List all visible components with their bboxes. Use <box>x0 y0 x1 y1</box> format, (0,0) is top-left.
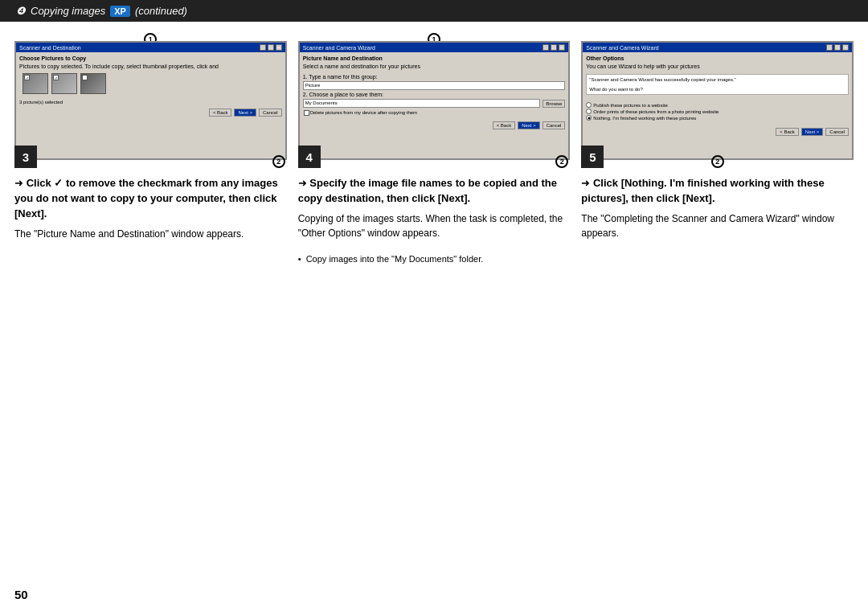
header-suffix: (continued) <box>135 5 187 17</box>
step4-option-row: Delete pictures from my device after cop… <box>303 109 566 115</box>
step3-callout-2: 2 <box>272 155 285 168</box>
step5-sub-text: The "Completing the Scanner and Camera W… <box>581 211 854 240</box>
step-3-screenshot-area: 1 Scanner and Destination _ □ × <box>14 31 287 168</box>
step3-badge: 3 <box>14 146 37 168</box>
step5-radio2 <box>586 109 592 114</box>
step3-next-btn: Next > <box>234 109 256 117</box>
step5-radio1 <box>586 102 592 108</box>
step5-screenshot: Scanner and Camera Wizard _ □ × Other Op… <box>581 41 854 160</box>
step5-option2: Order prints of these pictures from a ph… <box>586 109 849 114</box>
step5-back-btn: < Back <box>776 128 799 136</box>
step5-body: Other Options You can use Wizard to help… <box>583 52 852 139</box>
step3-sub-text: The "Picture Name and Destination" windo… <box>14 227 287 241</box>
header-title: Copying images <box>31 5 105 17</box>
step3-main-text: ➜ Click ✓ to remove the checkmark from a… <box>14 176 287 222</box>
step3-description: ➜ Click ✓ to remove the checkmark from a… <box>14 173 287 244</box>
step4-dest-label: 2. Choose a place to save them: <box>303 92 566 97</box>
step5-opt1-label: Publish these pictures to a website <box>593 103 667 108</box>
step5-titlebar-buttons: _ □ × <box>826 44 849 51</box>
step4-body: Picture Name and Destination Select a na… <box>300 52 569 133</box>
step4-sub-text: Copying of the images starts. When the t… <box>298 211 571 240</box>
step4-name-label: 1. Type a name for this group: <box>303 74 566 80</box>
header-step-number: ❹ <box>16 5 26 17</box>
step3-screenshot: Scanner and Destination _ □ × Choose Pic… <box>14 41 287 160</box>
step-4-screenshot-area: 1 Scanner and Camera Wizard _ □ × <box>298 31 571 168</box>
step3-image-area: ✓ ✓ <box>19 72 282 96</box>
step5-callout-2: 2 <box>711 155 724 168</box>
step4-btn-max: □ <box>551 44 557 51</box>
page-header: ❹ Copying images XP (continued) <box>0 0 868 22</box>
step5-radio3 <box>586 115 592 121</box>
step4-button-row: < Back Next > Cancel <box>303 121 566 129</box>
step4-mock-window: Scanner and Camera Wizard _ □ × Picture … <box>299 42 570 159</box>
step-4-column: 1 Scanner and Camera Wizard _ □ × <box>298 31 571 269</box>
step3-title-text: Scanner and Destination <box>19 45 81 51</box>
step4-checkbox <box>304 110 309 116</box>
step4-badge: 4 <box>298 146 321 168</box>
step4-name-field: Picture <box>303 81 566 90</box>
step3-mock-window: Scanner and Destination _ □ × Choose Pic… <box>15 42 286 159</box>
step5-options: Publish these pictures to a website Orde… <box>586 100 849 123</box>
step5-arrow: ➜ <box>581 177 593 189</box>
xp-badge: XP <box>110 6 130 17</box>
step5-opt2-label: Order prints of these pictures from a ph… <box>593 109 719 114</box>
step5-button-row: < Back Next > Cancel <box>586 128 849 136</box>
step4-bullet: Copy images into the "My Documents" fold… <box>298 252 571 266</box>
step3-thumb-2: ✓ <box>51 73 77 94</box>
step4-titlebar-buttons: _ □ × <box>542 44 565 51</box>
step4-title-text: Scanner and Camera Wizard <box>303 45 375 51</box>
step5-main-text: ➜ Click [Nothing. I'm finished working w… <box>581 176 854 207</box>
step5-btn-max: □ <box>834 44 841 51</box>
step-5-column: 1 Scanner and Camera Wizard _ □ × <box>581 31 854 269</box>
step3-body: Choose Pictures to Copy Pictures to copy… <box>16 52 285 120</box>
step3-arrow: ➜ <box>14 177 27 189</box>
step3-desc: Pictures to copy selected. To include co… <box>19 64 282 69</box>
step5-opt3-label: Nothing. I'm finished working with these… <box>593 116 696 121</box>
step5-btn-min: _ <box>826 44 833 51</box>
step-5-screenshot-area: 1 Scanner and Camera Wizard _ □ × <box>581 31 854 168</box>
step5-cancel-btn: Cancel <box>825 128 849 136</box>
step4-btn-close: × <box>559 44 565 51</box>
step5-mock-window: Scanner and Camera Wizard _ □ × Other Op… <box>582 42 853 159</box>
step4-titlebar: Scanner and Camera Wizard _ □ × <box>300 43 569 52</box>
main-columns: 1 Scanner and Destination _ □ × <box>0 22 868 269</box>
step3-thumb-1: ✓ <box>23 73 48 94</box>
step4-dest-field-row: My Documents Browse <box>303 99 566 108</box>
step4-section-title: Picture Name and Destination <box>303 55 566 61</box>
step5-next-btn: Next > <box>801 128 824 136</box>
step4-next-btn: Next > <box>518 121 540 129</box>
step5-title-text: Scanner and Camera Wizard <box>586 45 658 51</box>
step3-section-title: Choose Pictures to Copy <box>19 55 282 61</box>
step3-titlebar: Scanner and Destination _ □ × <box>16 43 285 52</box>
step3-titlebar-buttons: _ □ × <box>260 44 282 51</box>
step4-arrow: ➜ <box>298 177 310 189</box>
step3-check-2: ✓ <box>53 75 59 80</box>
step4-btn-min: _ <box>542 44 549 51</box>
step3-thumb-3 <box>80 73 106 94</box>
step3-btn-close: × <box>276 44 282 51</box>
step-3-column: 1 Scanner and Destination _ □ × <box>14 31 287 269</box>
step5-info-box: "Scanner and Camera Wizard has successfu… <box>586 74 849 95</box>
step3-btn-min: _ <box>260 44 266 51</box>
step5-btn-close: × <box>842 44 849 51</box>
step4-back-btn: < Back <box>493 121 516 129</box>
step4-cancel-btn: Cancel <box>542 121 566 129</box>
step4-instruction: Specify the image file names to be copie… <box>298 177 557 204</box>
step4-name-field-row: Picture <box>303 81 566 90</box>
step4-browse-btn: Browse <box>542 100 565 108</box>
step3-button-row: < Back Next > Cancel <box>19 109 282 117</box>
step3-instruction: Click ✓ to remove the checkmark from any… <box>14 177 278 219</box>
step4-fields: 1. Type a name for this group: Picture 2… <box>303 74 566 116</box>
step5-option1: Publish these pictures to a website <box>586 102 849 108</box>
step4-dest-field: My Documents <box>303 99 541 108</box>
step4-callout-2: 2 <box>555 155 568 168</box>
step4-desc: Select a name and destination for your p… <box>303 64 566 69</box>
step4-option-label: Delete pictures from my device after cop… <box>310 110 417 115</box>
step5-option3: Nothing. I'm finished working with these… <box>586 115 849 121</box>
step4-main-text: ➜ Specify the image file names to be cop… <box>298 176 571 207</box>
step5-instruction: Click [Nothing. I'm finished working wit… <box>581 177 824 204</box>
step3-cancel-btn: Cancel <box>259 109 282 117</box>
page-number: 50 <box>14 588 28 601</box>
step3-back-btn: < Back <box>209 109 232 117</box>
step5-badge: 5 <box>581 146 604 168</box>
